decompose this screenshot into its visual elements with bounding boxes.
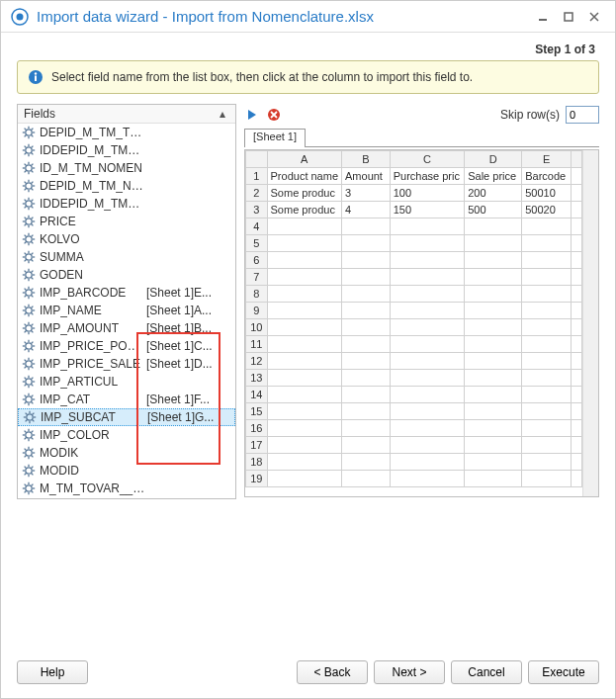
field-name: IMP_NAME (40, 304, 146, 317)
svg-line-77 (32, 253, 34, 255)
field-row[interactable]: IMP_CAT[Sheet 1]F... (18, 391, 235, 408)
field-row[interactable]: DEPID_M_TM_NO... (18, 177, 235, 195)
stop-icon[interactable] (266, 107, 282, 123)
svg-line-96 (25, 296, 27, 298)
help-button[interactable]: Help (17, 660, 88, 684)
field-row[interactable]: IMP_SUBCAT[Sheet 1]G... (18, 408, 235, 426)
fields-list[interactable]: DEPID_M_TM_TOVARIDDEPID_M_TM_T...ID_M_TM… (18, 124, 235, 498)
svg-line-22 (32, 153, 34, 155)
skip-rows-label: Skip row(s) (500, 108, 560, 122)
table-row[interactable]: 19 (246, 471, 582, 487)
gear-icon (22, 375, 36, 389)
table-row[interactable]: 10 (246, 319, 582, 336)
field-row[interactable]: IMP_AMOUNT[Sheet 1]B... (18, 319, 235, 337)
svg-line-78 (25, 260, 27, 262)
svg-line-177 (25, 456, 27, 458)
field-row[interactable]: KOLVO (18, 230, 235, 248)
table-row[interactable]: 14 (246, 387, 582, 403)
data-grid[interactable]: ABCDE1Product nameAmountPurchase pricSal… (244, 149, 599, 497)
field-row[interactable]: IDDEPID_M_TM_T... (18, 141, 235, 159)
fields-header[interactable]: Fields ▴ (18, 105, 235, 124)
svg-line-60 (25, 224, 27, 226)
back-button[interactable]: < Back (297, 660, 368, 684)
field-row[interactable]: SUMMA (18, 248, 235, 266)
table-row[interactable]: 11 (246, 336, 582, 353)
svg-line-140 (32, 378, 34, 380)
table-row[interactable]: 12 (246, 353, 582, 370)
table-row[interactable]: 7 (246, 269, 582, 286)
svg-point-187 (26, 485, 32, 491)
table-row[interactable]: 15 (246, 403, 582, 420)
field-row[interactable]: IMP_ARTICUL (18, 373, 235, 391)
field-row[interactable]: IMP_PRICE_POKUP...[Sheet 1]C... (18, 337, 235, 355)
field-row[interactable]: IMP_PRICE_SALE[Sheet 1]D... (18, 355, 235, 373)
gear-icon (22, 143, 36, 157)
table-row[interactable]: 5 (246, 235, 582, 252)
field-row[interactable]: MODID (18, 462, 235, 480)
maximize-button[interactable] (558, 6, 579, 28)
field-row[interactable]: GODEN (18, 266, 235, 284)
table-row[interactable]: 6 (246, 252, 582, 269)
app-icon (11, 8, 29, 26)
execute-button[interactable]: Execute (528, 660, 599, 684)
svg-point-25 (26, 165, 32, 171)
table-row[interactable]: 1Product nameAmountPurchase pricSale pri… (246, 168, 582, 185)
field-row[interactable]: M_TM_TOVAR___... (18, 480, 235, 497)
table-row[interactable]: 4 (246, 218, 582, 235)
field-row[interactable]: PRICE (18, 213, 235, 230)
field-row[interactable]: DEPID_M_TM_TOVAR (18, 124, 235, 141)
play-icon[interactable] (244, 107, 260, 123)
svg-line-51 (25, 207, 27, 209)
gear-icon (22, 161, 36, 175)
next-button[interactable]: Next > (374, 660, 445, 684)
svg-line-85 (32, 278, 34, 280)
field-name: PRICE (40, 215, 146, 228)
table-row[interactable]: 8 (246, 286, 582, 303)
minimize-button[interactable] (532, 6, 554, 28)
gear-icon (22, 464, 36, 478)
svg-point-7 (26, 130, 32, 135)
gear-icon (22, 481, 36, 495)
svg-line-141 (25, 385, 27, 387)
svg-line-157 (33, 420, 35, 422)
svg-point-1 (17, 13, 24, 20)
svg-point-52 (26, 218, 32, 224)
gear-icon (22, 250, 36, 264)
svg-line-57 (25, 218, 27, 219)
field-row[interactable]: IMP_COLOR (18, 426, 235, 444)
field-row[interactable]: MODIK (18, 444, 235, 462)
table-row[interactable]: 2Some produc310020050010 (246, 185, 582, 202)
svg-line-183 (25, 467, 27, 469)
sheet-tab[interactable]: [Sheet 1] (244, 129, 306, 147)
field-mapping: [Sheet 1]D... (146, 357, 235, 371)
svg-line-102 (25, 306, 27, 308)
field-row[interactable]: IDDEPID_M_TM_N... (18, 195, 235, 213)
field-row[interactable]: ID_M_TM_NOMEN (18, 159, 235, 177)
svg-line-95 (32, 289, 34, 291)
svg-line-121 (32, 349, 34, 351)
gear-icon (22, 446, 36, 460)
table-row[interactable]: 3Some produc415050050020 (246, 202, 582, 218)
svg-line-94 (32, 296, 34, 298)
cancel-button[interactable]: Cancel (451, 660, 522, 684)
gear-icon (22, 286, 36, 300)
field-row[interactable]: IMP_BARCODE[Sheet 1]E... (18, 284, 235, 302)
skip-rows-input[interactable] (566, 106, 599, 124)
table-row[interactable]: 9 (246, 303, 582, 319)
svg-line-195 (25, 491, 27, 493)
field-row[interactable]: IMP_NAME[Sheet 1]A... (18, 302, 235, 319)
svg-line-68 (32, 235, 34, 237)
field-mapping: [Sheet 1]A... (146, 304, 235, 317)
table-row[interactable]: 13 (246, 370, 582, 387)
svg-line-15 (25, 135, 27, 137)
table-row[interactable]: 16 (246, 420, 582, 437)
close-button[interactable] (583, 6, 605, 28)
field-row[interactable]: M_TM_NOMEN___... (18, 497, 235, 498)
table-row[interactable]: 18 (246, 454, 582, 471)
svg-line-158 (33, 413, 35, 415)
bottom-bar: Help < Back Next > Cancel Execute (17, 660, 599, 684)
svg-line-132 (25, 367, 27, 369)
chevron-up-icon[interactable]: ▴ (216, 107, 229, 121)
table-row[interactable]: 17 (246, 437, 582, 454)
gear-icon (22, 197, 36, 211)
